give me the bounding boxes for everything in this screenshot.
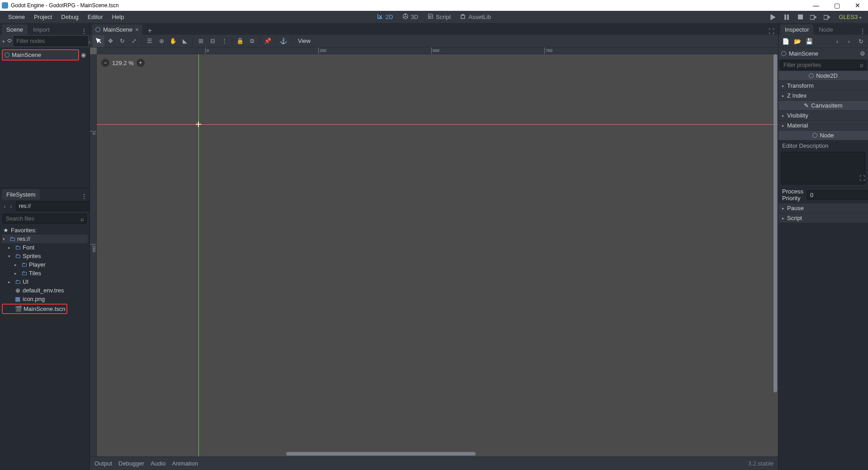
folder-item[interactable]: ▸🗀Player <box>2 260 88 269</box>
play-custom-scene-button[interactable] <box>822 12 832 22</box>
bottom-tab-animation[interactable]: Animation <box>172 460 198 467</box>
property-group[interactable]: ▸Z Index <box>778 91 868 100</box>
view-menu[interactable]: View <box>293 38 315 44</box>
filter-nodes-input[interactable] <box>14 36 88 46</box>
add-node-button[interactable]: + <box>2 36 5 47</box>
scene-root-node[interactable]: MainScene <box>2 49 79 61</box>
nav-back-icon[interactable]: ‹ <box>3 203 6 210</box>
history-prev-icon[interactable]: ‹ <box>832 36 843 47</box>
object-menu-icon[interactable]: ⚙ <box>860 50 865 57</box>
snap-toggle-icon[interactable]: ⊞ <box>195 35 207 47</box>
anchor-tool-icon[interactable]: ⚓ <box>278 35 289 47</box>
menu-project[interactable]: Project <box>29 12 57 22</box>
editor-description-input[interactable] <box>781 152 865 184</box>
expand-arrow-icon[interactable]: ▸ <box>14 263 19 267</box>
zoom-out-button[interactable]: − <box>101 59 109 67</box>
bone-tool-icon[interactable]: 📌 <box>262 35 274 47</box>
workspace-script[interactable]: Script <box>423 11 455 23</box>
renderer-selector[interactable]: GLES3 ▾ <box>836 14 864 20</box>
new-tab-button[interactable]: + <box>144 27 156 35</box>
menu-editor[interactable]: Editor <box>83 12 108 22</box>
workspace-3d[interactable]: 3D <box>397 11 423 23</box>
expand-arrow-icon[interactable]: ▾ <box>8 254 13 258</box>
filter-properties-input[interactable] <box>780 60 866 70</box>
close-button[interactable]: ✕ <box>849 0 866 11</box>
stop-button[interactable] <box>795 12 805 22</box>
file-item[interactable]: ▦icon.png <box>2 295 88 303</box>
group-icon[interactable]: ⧉ <box>246 35 258 47</box>
pivot-tool-icon[interactable]: ⊕ <box>156 35 167 47</box>
pan-tool-icon[interactable]: ✋ <box>167 35 179 47</box>
distraction-free-icon[interactable]: ⛶ <box>769 28 774 35</box>
list-select-icon[interactable]: ☰ <box>144 35 156 47</box>
folder-item[interactable]: ▸🗀Font <box>2 243 88 252</box>
workspace-2d[interactable]: 2D <box>373 11 398 23</box>
new-resource-icon[interactable]: 📄 <box>780 36 791 47</box>
canvas-area[interactable]: 0250500750 0250 − 129.2 % + <box>90 47 778 456</box>
search-files-input[interactable] <box>3 214 87 224</box>
property-group[interactable]: ▸Visibility <box>778 111 868 120</box>
zoom-in-button[interactable]: + <box>137 59 145 67</box>
expand-arrow-icon[interactable]: ▸ <box>8 280 13 284</box>
history-icon[interactable]: ↻ <box>855 36 866 47</box>
play-scene-button[interactable] <box>809 12 819 22</box>
viewport-canvas[interactable]: − 129.2 % + <box>97 54 778 456</box>
menu-help[interactable]: Help <box>108 12 129 22</box>
tab-inspector[interactable]: Inspector <box>780 24 813 35</box>
move-tool-icon[interactable]: ✥ <box>104 35 116 47</box>
expand-arrow-icon[interactable]: ▾ <box>3 237 7 241</box>
save-resource-icon[interactable]: 💾 <box>804 36 815 47</box>
visibility-toggle-icon[interactable]: ◉ <box>79 52 88 58</box>
snap-options-icon[interactable]: ⋮ <box>218 35 230 47</box>
dock-menu-icon[interactable]: ⋮ <box>81 28 87 35</box>
property-group[interactable]: ▸Script <box>778 213 868 223</box>
tab-scene[interactable]: Scene <box>2 24 28 35</box>
rotate-tool-icon[interactable]: ↻ <box>116 35 128 47</box>
instance-scene-button[interactable] <box>6 36 13 47</box>
lock-icon[interactable]: 🔒 <box>234 35 246 47</box>
select-tool-icon[interactable] <box>93 35 104 47</box>
close-tab-icon[interactable]: × <box>135 26 139 33</box>
class-header[interactable]: Node <box>778 131 868 140</box>
process-priority-input[interactable] <box>807 190 868 200</box>
nav-forward-icon[interactable]: › <box>9 203 13 210</box>
expand-inspector-icon[interactable]: ⛶ <box>859 175 865 182</box>
dock-menu-icon[interactable]: ⋮ <box>81 193 87 200</box>
ruler-tool-icon[interactable]: ◣ <box>179 35 191 47</box>
property-group[interactable]: ▸Material <box>778 121 868 130</box>
menu-debug[interactable]: Debug <box>57 12 83 22</box>
property-group[interactable]: ▸Transform <box>778 81 868 90</box>
folder-item[interactable]: ▸🗀UI <box>2 277 88 286</box>
tab-import[interactable]: Import <box>28 24 54 35</box>
minimize-button[interactable]: — <box>807 0 825 11</box>
folder-item[interactable]: ▾🗀Sprites <box>2 252 88 260</box>
play-button[interactable] <box>768 12 778 22</box>
file-item[interactable]: 🎬MainScene.tscn <box>2 304 67 314</box>
origin-marker[interactable] <box>196 122 201 127</box>
load-resource-icon[interactable]: 📂 <box>792 36 803 47</box>
pause-button[interactable] <box>782 12 792 22</box>
scene-tab-main[interactable]: MainScene × <box>92 24 142 35</box>
scale-tool-icon[interactable]: ⤢ <box>128 35 140 47</box>
h-scrollbar[interactable] <box>97 452 774 456</box>
path-input[interactable] <box>16 201 90 211</box>
history-next-icon[interactable]: › <box>844 36 854 47</box>
property-group[interactable]: ▸Pause <box>778 203 868 213</box>
workspace-assetlib[interactable]: AssetLib <box>455 11 495 23</box>
file-item[interactable]: ⊕default_env.tres <box>2 286 88 295</box>
folder-item[interactable]: ▾🗀res:// <box>2 235 88 243</box>
class-header[interactable]: ✎CanvasItem <box>778 101 868 110</box>
bottom-tab-audio[interactable]: Audio <box>151 460 165 467</box>
dock-menu-icon[interactable]: ⋮ <box>859 28 865 35</box>
maximize-button[interactable]: ▢ <box>828 0 845 11</box>
menu-scene[interactable]: Scene <box>4 12 29 22</box>
tab-filesystem[interactable]: FileSystem <box>2 189 40 200</box>
v-scrollbar[interactable] <box>774 54 777 452</box>
expand-arrow-icon[interactable]: ▸ <box>8 245 13 250</box>
class-header[interactable]: Node2D <box>778 71 868 80</box>
tab-node[interactable]: Node <box>814 24 837 35</box>
bottom-tab-debugger[interactable]: Debugger <box>118 460 144 467</box>
folder-item[interactable]: ▸🗀Tiles <box>2 269 88 277</box>
grid-snap-icon[interactable]: ⊟ <box>207 35 218 47</box>
bottom-tab-output[interactable]: Output <box>94 460 112 467</box>
